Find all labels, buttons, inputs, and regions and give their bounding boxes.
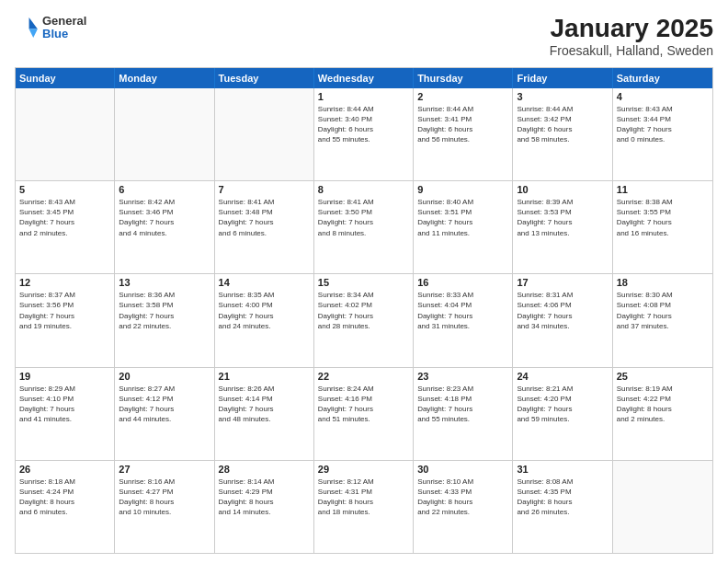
calendar-cell-0-1 <box>115 88 214 180</box>
calendar-cell-2-2: 14Sunrise: 8:35 AM Sunset: 4:00 PM Dayli… <box>215 274 314 366</box>
day-number: 30 <box>417 464 508 475</box>
calendar-row-2: 12Sunrise: 8:37 AM Sunset: 3:56 PM Dayli… <box>16 273 712 366</box>
cell-text: Sunrise: 8:42 AM Sunset: 3:46 PM Dayligh… <box>119 197 210 238</box>
title-block: January 2025 Froesakull, Halland, Sweden <box>550 15 713 58</box>
cell-text: Sunrise: 8:12 AM Sunset: 4:31 PM Dayligh… <box>318 477 409 518</box>
cell-text: Sunrise: 8:19 AM Sunset: 4:22 PM Dayligh… <box>617 384 709 425</box>
day-number: 5 <box>19 184 110 195</box>
cell-text: Sunrise: 8:21 AM Sunset: 4:20 PM Dayligh… <box>517 384 608 425</box>
cell-text: Sunrise: 8:14 AM Sunset: 4:29 PM Dayligh… <box>219 477 310 518</box>
logo-text: General Blue <box>42 15 86 41</box>
page: General Blue January 2025 Froesakull, Ha… <box>0 0 728 563</box>
day-number: 27 <box>119 464 210 475</box>
calendar-cell-1-1: 6Sunrise: 8:42 AM Sunset: 3:46 PM Daylig… <box>115 181 214 273</box>
cell-text: Sunrise: 8:30 AM Sunset: 4:08 PM Dayligh… <box>617 290 709 331</box>
calendar-cell-0-6: 4Sunrise: 8:43 AM Sunset: 3:44 PM Daylig… <box>613 88 712 180</box>
weekday-header-wednesday: Wednesday <box>314 68 414 88</box>
weekday-header-thursday: Thursday <box>414 68 513 88</box>
weekday-header-monday: Monday <box>115 68 214 88</box>
cell-text: Sunrise: 8:23 AM Sunset: 4:18 PM Dayligh… <box>417 384 508 425</box>
day-number: 26 <box>19 464 110 475</box>
cell-text: Sunrise: 8:43 AM Sunset: 3:45 PM Dayligh… <box>19 197 110 238</box>
calendar-row-0: 1Sunrise: 8:44 AM Sunset: 3:40 PM Daylig… <box>16 88 712 180</box>
cell-text: Sunrise: 8:36 AM Sunset: 3:58 PM Dayligh… <box>119 290 210 331</box>
calendar-cell-4-6 <box>613 461 712 553</box>
day-number: 19 <box>19 371 110 382</box>
calendar-header: SundayMondayTuesdayWednesdayThursdayFrid… <box>16 68 712 88</box>
calendar-cell-2-6: 18Sunrise: 8:30 AM Sunset: 4:08 PM Dayli… <box>613 274 712 366</box>
day-number: 13 <box>119 277 210 288</box>
day-number: 11 <box>617 184 709 195</box>
cell-text: Sunrise: 8:44 AM Sunset: 3:40 PM Dayligh… <box>318 104 409 145</box>
calendar-cell-4-2: 28Sunrise: 8:14 AM Sunset: 4:29 PM Dayli… <box>215 461 314 553</box>
calendar-cell-0-3: 1Sunrise: 8:44 AM Sunset: 3:40 PM Daylig… <box>314 88 414 180</box>
svg-marker-0 <box>29 17 38 29</box>
calendar-row-4: 26Sunrise: 8:18 AM Sunset: 4:24 PM Dayli… <box>16 460 712 553</box>
calendar-cell-0-0 <box>16 88 115 180</box>
cell-text: Sunrise: 8:38 AM Sunset: 3:55 PM Dayligh… <box>617 197 709 238</box>
day-number: 17 <box>517 277 608 288</box>
weekday-header-friday: Friday <box>513 68 612 88</box>
cell-text: Sunrise: 8:33 AM Sunset: 4:04 PM Dayligh… <box>417 290 508 331</box>
page-subtitle: Froesakull, Halland, Sweden <box>550 43 713 58</box>
day-number: 2 <box>417 91 508 102</box>
calendar-cell-3-1: 20Sunrise: 8:27 AM Sunset: 4:12 PM Dayli… <box>115 368 214 460</box>
logo-blue: Blue <box>42 28 86 40</box>
day-number: 20 <box>119 371 210 382</box>
calendar-cell-3-4: 23Sunrise: 8:23 AM Sunset: 4:18 PM Dayli… <box>414 368 513 460</box>
day-number: 15 <box>318 277 409 288</box>
cell-text: Sunrise: 8:44 AM Sunset: 3:41 PM Dayligh… <box>417 104 508 145</box>
cell-text: Sunrise: 8:18 AM Sunset: 4:24 PM Dayligh… <box>19 477 110 518</box>
calendar-cell-2-4: 16Sunrise: 8:33 AM Sunset: 4:04 PM Dayli… <box>414 274 513 366</box>
calendar-cell-2-5: 17Sunrise: 8:31 AM Sunset: 4:06 PM Dayli… <box>513 274 612 366</box>
cell-text: Sunrise: 8:10 AM Sunset: 4:33 PM Dayligh… <box>417 477 508 518</box>
cell-text: Sunrise: 8:08 AM Sunset: 4:35 PM Dayligh… <box>517 477 608 518</box>
calendar-cell-1-2: 7Sunrise: 8:41 AM Sunset: 3:48 PM Daylig… <box>215 181 314 273</box>
day-number: 18 <box>617 277 709 288</box>
day-number: 9 <box>417 184 508 195</box>
calendar-cell-1-4: 9Sunrise: 8:40 AM Sunset: 3:51 PM Daylig… <box>414 181 513 273</box>
day-number: 10 <box>517 184 608 195</box>
cell-text: Sunrise: 8:34 AM Sunset: 4:02 PM Dayligh… <box>318 290 409 331</box>
day-number: 12 <box>19 277 110 288</box>
day-number: 16 <box>417 277 508 288</box>
cell-text: Sunrise: 8:40 AM Sunset: 3:51 PM Dayligh… <box>417 197 508 238</box>
calendar-cell-4-5: 31Sunrise: 8:08 AM Sunset: 4:35 PM Dayli… <box>513 461 612 553</box>
day-number: 29 <box>318 464 409 475</box>
cell-text: Sunrise: 8:39 AM Sunset: 3:53 PM Dayligh… <box>517 197 608 238</box>
weekday-header-sunday: Sunday <box>16 68 115 88</box>
cell-text: Sunrise: 8:16 AM Sunset: 4:27 PM Dayligh… <box>119 477 210 518</box>
day-number: 8 <box>318 184 409 195</box>
logo-general: General <box>42 15 86 28</box>
cell-text: Sunrise: 8:31 AM Sunset: 4:06 PM Dayligh… <box>517 290 608 331</box>
cell-text: Sunrise: 8:43 AM Sunset: 3:44 PM Dayligh… <box>617 104 709 145</box>
calendar-body: 1Sunrise: 8:44 AM Sunset: 3:40 PM Daylig… <box>16 88 712 553</box>
day-number: 1 <box>318 91 409 102</box>
day-number: 7 <box>219 184 310 195</box>
day-number: 21 <box>219 371 310 382</box>
calendar: SundayMondayTuesdayWednesdayThursdayFrid… <box>15 67 713 554</box>
calendar-cell-0-5: 3Sunrise: 8:44 AM Sunset: 3:42 PM Daylig… <box>513 88 612 180</box>
calendar-cell-4-4: 30Sunrise: 8:10 AM Sunset: 4:33 PM Dayli… <box>414 461 513 553</box>
calendar-cell-0-2 <box>215 88 314 180</box>
day-number: 25 <box>617 371 709 382</box>
calendar-cell-0-4: 2Sunrise: 8:44 AM Sunset: 3:41 PM Daylig… <box>414 88 513 180</box>
calendar-row-1: 5Sunrise: 8:43 AM Sunset: 3:45 PM Daylig… <box>16 180 712 273</box>
calendar-cell-3-2: 21Sunrise: 8:26 AM Sunset: 4:14 PM Dayli… <box>215 368 314 460</box>
cell-text: Sunrise: 8:27 AM Sunset: 4:12 PM Dayligh… <box>119 384 210 425</box>
calendar-cell-3-5: 24Sunrise: 8:21 AM Sunset: 4:20 PM Dayli… <box>513 368 612 460</box>
cell-text: Sunrise: 8:29 AM Sunset: 4:10 PM Dayligh… <box>19 384 110 425</box>
cell-text: Sunrise: 8:35 AM Sunset: 4:00 PM Dayligh… <box>219 290 310 331</box>
cell-text: Sunrise: 8:24 AM Sunset: 4:16 PM Dayligh… <box>318 384 409 425</box>
cell-text: Sunrise: 8:44 AM Sunset: 3:42 PM Dayligh… <box>517 104 608 145</box>
day-number: 3 <box>517 91 608 102</box>
cell-text: Sunrise: 8:37 AM Sunset: 3:56 PM Dayligh… <box>19 290 110 331</box>
weekday-header-saturday: Saturday <box>613 68 712 88</box>
cell-text: Sunrise: 8:41 AM Sunset: 3:50 PM Dayligh… <box>318 197 409 238</box>
header: General Blue January 2025 Froesakull, Ha… <box>15 15 713 58</box>
logo-icon <box>15 15 40 40</box>
calendar-cell-1-5: 10Sunrise: 8:39 AM Sunset: 3:53 PM Dayli… <box>513 181 612 273</box>
calendar-cell-1-3: 8Sunrise: 8:41 AM Sunset: 3:50 PM Daylig… <box>314 181 414 273</box>
calendar-cell-4-0: 26Sunrise: 8:18 AM Sunset: 4:24 PM Dayli… <box>16 461 115 553</box>
calendar-cell-1-6: 11Sunrise: 8:38 AM Sunset: 3:55 PM Dayli… <box>613 181 712 273</box>
